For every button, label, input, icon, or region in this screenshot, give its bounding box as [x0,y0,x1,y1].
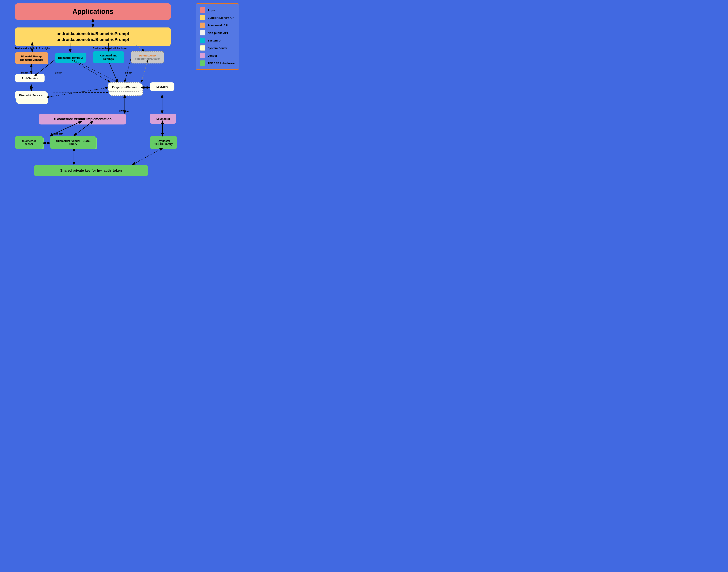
legend-item-systemui: System UI [200,38,235,43]
legend-color-vendor [200,53,205,58]
applications-box: Applications [15,3,171,20]
keyguard-settings-title: Keyguard and Settings [95,54,122,61]
svg-line-8 [47,88,108,97]
legend-item-apps: Apps [200,7,235,13]
biometric-support-box: androidx.biometric.BiometricPrompt andro… [15,27,171,46]
keymaster-tee-box: KeyMaster TEE/SE library [150,136,177,149]
biometric-vendor-title: <Biometric> vendor implementation [43,117,122,121]
keyguard-settings-box: Keyguard and Settings [93,51,124,63]
legend-item-support: Support Library API [200,15,235,20]
svg-line-12 [125,59,131,82]
legend-label-vendor: Vendor [208,54,217,57]
biometricprompt-ui-title: BiometricPrompt UI [58,56,84,60]
label-android9: Devices with Android 9 or higher [15,47,51,50]
shared-key-box: Shared private key for hw_auth_token [34,165,148,176]
biometric-vendor-tee-box: <Biometric> vendor TEE/SE library [50,136,96,149]
legend-label-apps: Apps [208,8,215,12]
legend-color-tee [200,60,205,66]
legend-color-framework [200,22,205,28]
biometric-sensor-title: <biometric> sensor [17,139,41,145]
svg-line-11 [141,60,148,82]
deprecated-label: DEPRECATED [133,54,161,57]
legend-label-nonpublic: Non-public API [208,31,228,34]
legend-item-framework: Framework API [200,22,235,28]
fingerprintservice-box: FingerprintService [108,82,141,92]
keymaster-box: KeyMaster [150,114,176,124]
biometric-sensor-box: <biometric> sensor [15,136,43,149]
fingerprintservice-title: FingerprintService [112,85,138,89]
label-android8: Devices with Android 8 or lower [93,47,127,50]
keymaster-tee-title: KeyMaster TEE/SE library [152,139,175,145]
svg-line-20 [133,148,162,164]
legend-color-support [200,15,205,20]
biometricservice-box: BiometricService [15,91,47,99]
fingerprint-manager-deprecated-box: DEPRECATED FingerprintManager [131,51,164,64]
legend-item-nonpublic: Non-public API [200,30,235,35]
legend-color-systemui [200,38,205,43]
biometric-vendor-tee-title: <Biometric> vendor TEE/SE library [53,139,93,145]
legend-label-tee: TEE / SE / Hardware [208,62,235,65]
legend-item-tee: TEE / SE / Hardware [200,60,235,66]
diagram-container: Applications androidx.biometric.Biometri… [0,0,243,191]
biometric-support-title: androidx.biometric.BiometricPrompt andro… [21,31,165,43]
legend-item-vendor: Vendor [200,53,235,58]
legend-color-apps [200,7,205,13]
legend-item-systemserver: System Server [200,45,235,51]
authservice-box: AuthService [15,74,45,82]
legend-color-nonpublic [200,30,205,35]
applications-title: Applications [23,8,163,15]
svg-line-22 [47,92,108,93]
binder-label-2: Binder [55,72,62,74]
biometricprompt-ui-box: BiometricPrompt UI [55,53,86,63]
fingerprint-manager-title: FingerprintManager [133,57,161,60]
legend-box: Apps Support Library API Framework API N… [196,3,239,70]
legend-label-systemui: System UI [208,39,221,42]
keymaster-title: KeyMaster [153,117,173,120]
legend-label-support: Support Library API [208,16,234,19]
authservice-title: AuthService [18,77,42,80]
binder-label-3: Binder [125,72,132,74]
shared-key-title: Shared private key for hw_auth_token [40,169,142,172]
keystore-title: KeyStore [153,85,172,88]
legend-label-systemserver: System Server [208,47,227,50]
keystore-box: KeyStore [150,82,175,91]
biometricservice-title: BiometricService [18,93,44,97]
svg-line-10 [109,62,118,82]
legend-label-framework: Framework API [208,24,228,27]
biometric-vendor-box: <Biometric> vendor implementation [39,114,126,125]
secure-path-label: Secure path [51,133,63,135]
biometricprompt-manager-title: BiometricPrompt BiometricManager [17,55,46,62]
legend-color-systemserver [200,45,205,51]
hwbinder-label: HWBinder [119,110,129,112]
binder-label-1: Binder [21,72,28,74]
biometricprompt-manager-box: BiometricPrompt BiometricManager [15,52,48,64]
